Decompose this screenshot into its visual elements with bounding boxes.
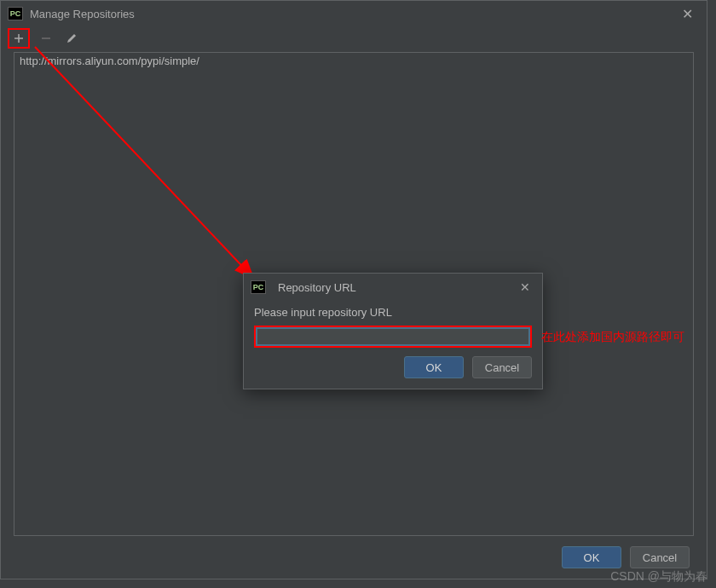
modal-title: Repository URL — [278, 281, 515, 294]
toolbar — [1, 26, 707, 50]
add-repo-button[interactable] — [8, 28, 30, 49]
pycharm-app-icon: PC — [251, 280, 266, 294]
modal-button-bar: OK Cancel — [244, 356, 542, 378]
app-icon-text: PC — [253, 284, 264, 291]
window-title: Manage Repositories — [30, 8, 675, 20]
edit-repo-button[interactable] — [62, 29, 81, 48]
close-icon[interactable]: ✕ — [515, 279, 535, 296]
pycharm-app-icon: PC — [8, 7, 23, 20]
minus-icon — [40, 32, 52, 44]
close-icon[interactable]: ✕ — [675, 3, 700, 26]
button-bar: OK Cancel — [1, 536, 707, 579]
annotation-text: 在此处添加国内源路径即可 — [541, 330, 684, 345]
modal-label: Please input repository URL — [244, 301, 542, 322]
app-icon-text: PC — [10, 10, 21, 18]
cancel-button[interactable]: Cancel — [630, 546, 690, 568]
ok-button[interactable]: OK — [562, 546, 621, 568]
titlebar: PC Manage Repositories ✕ — [1, 1, 707, 26]
modal-input-wrap — [244, 322, 542, 356]
pencil-icon — [66, 32, 78, 44]
modal-ok-button[interactable]: OK — [404, 356, 464, 378]
remove-repo-button[interactable] — [37, 29, 55, 48]
repository-url-input[interactable] — [254, 326, 532, 348]
modal-titlebar: PC Repository URL ✕ — [244, 274, 542, 301]
repository-url-dialog: PC Repository URL ✕ Please input reposit… — [243, 273, 543, 389]
modal-cancel-button[interactable]: Cancel — [472, 356, 532, 378]
list-item[interactable]: http://mirrors.aliyun.com/pypi/simple/ — [14, 53, 693, 69]
plus-icon — [13, 32, 25, 44]
watermark: CSDN @与物为春 — [610, 569, 707, 585]
